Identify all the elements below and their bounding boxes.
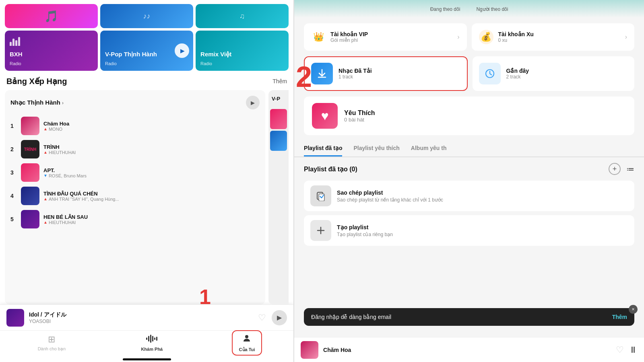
vpop-title: V-Pop Thịnh Hành [105,51,157,58]
playlist-section: Playlist đã tạo (0) + ≔ Sao chép playlis… [294,163,644,250]
bottom-nav: ⊞ Dành cho bạn Khám Phá [0,330,293,358]
toast-action-button[interactable]: Thêm [612,314,627,320]
tab-playlist-tao[interactable]: Playlist đã tạo [304,141,342,156]
gan-day-title: Gần đây [506,68,529,74]
banner-cyan[interactable]: ♫ [196,4,289,28]
banner-album[interactable]: ♪♪ [100,4,193,28]
vpop-sub: Radio [105,61,117,66]
toast-close-button[interactable]: × [629,305,638,314]
mini-player-thumbnail [301,341,318,359]
nav-label-cua-tui: Của Tui [239,347,255,352]
table-row[interactable]: 5 HEN BÉ LẦN SAU ▲ HIEUTHUHAI [10,208,260,231]
followers-stat: Người theo dõi [476,6,508,12]
chevron-icon: › [62,100,64,106]
vpop-thumb-1 [270,109,287,129]
home-indicator [123,358,171,360]
copy-playlist-icon [310,185,331,206]
xu-info: Tài khoản Xu 0 xu [498,31,620,43]
nav-kham-pha[interactable]: Khám Phá [134,332,169,354]
mini-player-info: Chăm Hoa [323,347,611,353]
svg-rect-3 [152,336,153,341]
trend-down-icon: ▼ [43,173,47,178]
yeu-thich-sub: 0 bài hát [344,117,375,123]
table-row[interactable]: 4 TÌNH ĐẦU QUÁ CHÉN ▲ ANH TRAI "SAY HI",… [10,184,260,208]
yeu-thich-info: Yêu Thích 0 bài hát [344,109,375,123]
radio-banners: BXH Radio V-Pop Thịnh Hành Radio Remix V… [0,31,293,71]
vip-account-card[interactable]: 👑 Tài khoản VIP Gói miễn phí › [304,23,466,51]
banner-bxh[interactable]: BXH Radio [5,31,98,71]
vpop-chart-title: V-P [268,90,289,107]
now-playing-info: Idol / アイドル YOASOBI [29,311,253,324]
heart-button[interactable]: ♡ [258,313,266,323]
track-info: TRÌNH ▲ HIEUTHUHAI [43,144,260,155]
right-panel: Đang theo dõi Người theo dõi 👑 Tài khoản… [294,0,644,362]
mini-player-title: Chăm Hoa [323,347,611,353]
sao-chep-info: Sao chép playlist Sao chép playlist từ n… [337,189,443,203]
chart-more-link[interactable]: Thêm [272,78,287,84]
heart-icon: ♥ [312,103,338,129]
mini-player-pause-button[interactable]: ⏸ [629,345,638,355]
download-icon [311,63,333,84]
track-thumbnail [21,163,39,182]
table-row[interactable]: 3 APT. ▼ ROSÉ, Bruno Mars [10,161,260,184]
svg-rect-1 [148,336,149,341]
track-thumbnail [21,117,39,135]
tab-album-yeu-thich[interactable]: Album yêu th [411,141,447,156]
banner-remix[interactable]: Remix Việt Radio [196,31,289,71]
nhac-thinh-hanh-card[interactable]: Nhạc Thịnh Hành › ▶ 1 Chăm Hoa ▲ MONO [5,90,265,304]
chart-section-header: Bảng Xếp Hạng Thêm [0,76,293,86]
banner-music[interactable]: 🎵 [5,4,98,28]
tab-playlist-yeu-thich[interactable]: Playlist yêu thích [353,141,399,156]
profile-stats: Đang theo dõi Người theo dõi [304,6,634,18]
svg-rect-2 [150,335,151,343]
banner-vpop[interactable]: V-Pop Thịnh Hành Radio [100,31,193,71]
playlist-section-title: Playlist đã tạo (0) [304,165,357,173]
tao-playlist-title: Tạo playlist [337,224,393,230]
list-item[interactable]: Sao chép playlist Sao chép playlist từ n… [304,181,634,211]
vip-icon: 👑 [311,30,326,44]
nhac-da-tai-card[interactable]: Nhạc Đã Tải 1 track [304,56,467,91]
gan-day-info: Gần đây 2 track [506,68,529,80]
xu-chevron-icon: › [625,33,627,41]
table-row[interactable]: 1 Chăm Hoa ▲ MONO [10,114,260,138]
track-info: APT. ▼ ROSÉ, Bruno Mars [43,167,260,178]
table-row[interactable]: 2 TRÌNH TRÌNH ▲ HIEUTHUHAI [10,138,260,161]
sao-chep-sub: Sao chép playlist từ nền tảng khác chỉ v… [337,197,443,203]
add-playlist-button[interactable]: + [609,163,621,175]
chart-play-button[interactable]: ▶ [246,96,260,109]
left-panel: 🎵 ♪♪ ♫ BXH Radio V-Pop Thịnh Hành Radio [0,0,293,362]
vpop-thumb-2 [270,131,287,151]
recent-icon [479,63,501,84]
remix-sub: Radio [200,61,212,66]
nav-cua-tui[interactable]: Của Tui [232,330,262,356]
profile-top: Đang theo dõi Người theo dõi [294,0,644,18]
sort-list-button[interactable]: ≔ [626,164,634,174]
bxh-title: BXH [10,51,23,58]
vpop-chart-card[interactable]: V-P [268,90,289,304]
track-info: TÌNH ĐẦU QUÁ CHÉN ▲ ANH TRAI "SAY HI", Q… [43,191,260,202]
vip-sub: Gói miễn phí [330,37,452,43]
heart-grid-icon: ⊞ [48,334,55,345]
play-pause-button[interactable]: ▶ [272,310,287,325]
track-thumbnail: TRÌNH [21,140,39,158]
sao-chep-title: Sao chép playlist [337,189,443,196]
toast-message: Đăng nhập dễ dàng bằng email [311,314,391,320]
bxh-sub: Radio [10,61,21,66]
waveform-icon [146,334,157,345]
svg-rect-4 [154,337,155,340]
yeu-thich-card[interactable]: ♥ Yêu Thích 0 bài hát [304,97,634,135]
playlist-actions: + ≔ [609,163,634,175]
gan-day-card[interactable]: Gần đây 2 track [473,56,634,91]
svg-point-6 [245,335,248,338]
list-item[interactable]: Tạo playlist Tạo playlist của riêng bạn [304,215,634,246]
track-thumbnail [21,187,39,205]
mini-player-heart-button[interactable]: ♡ [616,345,624,355]
xu-sub: 0 xu [498,37,620,43]
nav-danh-cho-ban[interactable]: ⊞ Dành cho bạn [31,332,72,354]
nav-label-kham-pha: Khám Phá [141,347,163,352]
trend-up-icon: ▲ [43,127,47,131]
vpop-play-btn[interactable] [175,43,189,58]
xu-icon: 💰 [479,30,493,44]
xu-account-card[interactable]: 💰 Tài khoản Xu 0 xu › [472,23,634,51]
now-playing-thumbnail [6,309,24,327]
